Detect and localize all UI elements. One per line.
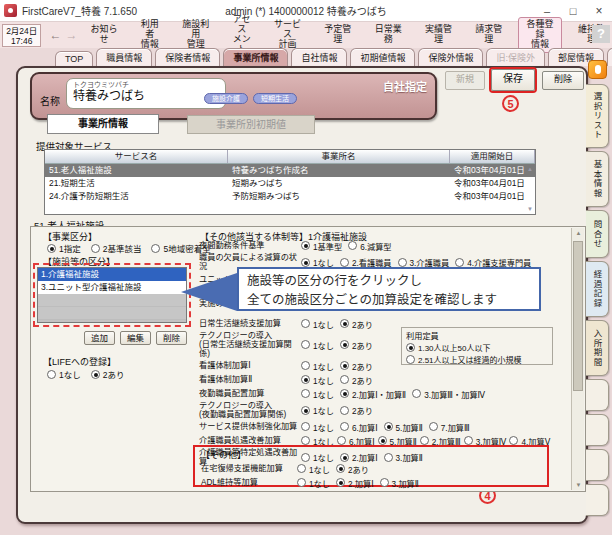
save-button[interactable]: 保存 <box>491 69 535 91</box>
radio-icon[interactable] <box>412 389 421 398</box>
system-row-10-option-2[interactable]: 5.加算Ⅱ <box>384 421 423 433</box>
remove-button[interactable]: 削除 <box>156 331 187 345</box>
side-tab-選択リスト[interactable]: 選択リスト <box>586 84 609 148</box>
system-row-10-option-0[interactable]: 1なし <box>301 421 334 433</box>
radio-icon[interactable] <box>301 436 310 445</box>
scroll-up-icon[interactable]: ▲ <box>572 230 585 236</box>
scroll-down-icon[interactable]: ▼ <box>572 482 585 488</box>
system-row-4-option-0[interactable]: 1なし <box>301 318 334 330</box>
radio-icon[interactable] <box>380 478 389 487</box>
radio-icon[interactable] <box>301 241 310 250</box>
radio-icon[interactable] <box>47 370 56 379</box>
side-tab-経過記録[interactable]: 経過記録 <box>586 261 609 317</box>
system-row-5-option-0[interactable]: 1なし <box>301 339 334 351</box>
radio-icon[interactable] <box>337 436 346 445</box>
life-option-1[interactable]: 2あり <box>91 368 125 380</box>
radio-icon[interactable] <box>91 370 100 379</box>
side-tab-基本情報[interactable]: 基本情報 <box>586 151 609 207</box>
table-row[interactable]: 21.短期生活短期みつばち令和03年04月01日 <box>45 177 535 190</box>
table-row[interactable]: 24.介護予防短期生活予防短期みつばち令和03年04月01日 <box>45 190 535 203</box>
side-tab-empty[interactable] <box>586 379 609 411</box>
other-row-0-option-0[interactable]: 1なし <box>297 463 330 475</box>
radio-icon[interactable] <box>301 389 310 398</box>
tab-3[interactable]: 事業所情報 <box>223 48 288 66</box>
system-row-8-option-0[interactable]: 1なし <box>301 388 334 400</box>
table-row[interactable]: 51.老人福祉施設特養みつばち作成名令和03年04月01日 <box>45 164 535 177</box>
tab-0[interactable]: TOP <box>55 51 93 66</box>
side-tab-empty[interactable] <box>586 414 609 446</box>
menu-item-5[interactable]: 予定管理 <box>317 23 358 47</box>
content-scrollbar[interactable]: ▲ ▼ <box>571 228 584 490</box>
forward-arrow-icon[interactable]: → <box>65 28 77 42</box>
radio-icon[interactable] <box>336 464 345 473</box>
radio-icon[interactable] <box>301 406 310 415</box>
help-button[interactable]: ? <box>592 25 610 43</box>
edit-button[interactable]: 編集 <box>120 331 151 345</box>
radio-icon[interactable] <box>420 436 429 445</box>
radio-icon[interactable] <box>297 464 306 473</box>
side-tab-empty[interactable] <box>586 484 609 516</box>
radio-icon[interactable] <box>340 406 349 415</box>
menu-item-7[interactable]: 実績管理 <box>418 23 459 47</box>
radio-icon[interactable] <box>340 389 349 398</box>
radio-icon[interactable] <box>301 375 310 384</box>
radio-icon[interactable] <box>455 258 464 267</box>
subtab-office-info[interactable]: 事業所情報 <box>47 114 159 134</box>
system-row-5-option-1[interactable]: 2あり <box>340 339 373 351</box>
radio-icon[interactable] <box>340 422 349 431</box>
category-list-item-0[interactable]: 1.介護福祉施設 <box>38 268 186 281</box>
radio-icon[interactable] <box>340 258 349 267</box>
office-name-input[interactable]: トクヨウミツバチ 特養みつばち <box>66 78 226 109</box>
back-arrow-icon[interactable]: ← <box>49 28 61 42</box>
system-row-10-option-3[interactable]: 7.加算Ⅲ <box>429 421 470 433</box>
other-row-1-option-2[interactable]: 3.加算Ⅱ <box>380 477 419 489</box>
system-row-8-option-1[interactable]: 2.加算Ⅰ・加算Ⅱ <box>340 388 406 400</box>
business-type-option-1[interactable]: 2基準該当 <box>91 242 142 254</box>
scrollbar-thumb[interactable] <box>573 241 583 391</box>
delete-button[interactable]: 削除 <box>542 71 584 90</box>
menu-item-4[interactable]: サービス 計画 <box>267 18 308 52</box>
menu-item-8[interactable]: 請求管理 <box>468 23 509 47</box>
radio-icon[interactable] <box>340 340 349 349</box>
radio-icon[interactable] <box>406 355 415 364</box>
tab-4[interactable]: 自社情報 <box>291 48 347 66</box>
menu-item-0[interactable]: お知らせ <box>83 23 124 47</box>
radio-icon[interactable] <box>378 436 387 445</box>
add-button[interactable]: 追加 <box>84 331 115 345</box>
table-scroll-up-icon[interactable]: ▲ <box>527 166 533 172</box>
system-row-6-option-0[interactable]: 1なし <box>301 360 334 372</box>
menu-item-2[interactable]: 施設利用 管理 <box>175 18 216 52</box>
life-option-0[interactable]: 1なし <box>47 368 81 380</box>
radio-icon[interactable] <box>336 478 345 487</box>
menu-item-1[interactable]: 利用者 情報 <box>134 18 166 52</box>
radio-icon[interactable] <box>151 244 160 253</box>
capacity-option-1[interactable]: 2.51人以上又は経過的小規模 <box>406 354 548 365</box>
radio-icon[interactable] <box>301 319 310 328</box>
system-row-9-option-0[interactable]: 1なし <box>301 404 334 416</box>
radio-icon[interactable] <box>384 422 393 431</box>
other-row-1-option-0[interactable]: 1なし <box>297 477 330 489</box>
radio-icon[interactable] <box>91 244 100 253</box>
radio-icon[interactable] <box>509 436 518 445</box>
system-row-0-option-1[interactable]: 6.減算型 <box>348 240 391 252</box>
system-row-7-option-1[interactable]: 2あり <box>340 374 373 386</box>
radio-icon[interactable] <box>301 258 310 267</box>
radio-icon[interactable] <box>429 422 438 431</box>
tab-6[interactable]: 保険外情報 <box>418 48 483 66</box>
radio-icon[interactable] <box>464 436 473 445</box>
other-row-1-option-1[interactable]: 2.加算Ⅰ <box>336 477 374 489</box>
radio-icon[interactable] <box>301 340 310 349</box>
radio-icon[interactable] <box>297 478 306 487</box>
system-row-10-option-1[interactable]: 6.加算Ⅰ <box>340 421 378 433</box>
menu-item-6[interactable]: 日常業務 <box>368 23 409 47</box>
tab-9[interactable]: その他情報 <box>607 48 612 66</box>
voice-assistant-icon[interactable] <box>588 60 607 79</box>
system-row-7-option-0[interactable]: 1なし <box>301 374 334 386</box>
tab-1[interactable]: 職員情報 <box>96 48 152 66</box>
facility-category-listbox[interactable]: 1.介護福祉施設3.ユニット型介護福祉施設 <box>37 267 187 323</box>
system-row-0-option-0[interactable]: 1基準型 <box>301 240 342 252</box>
other-row-0-option-1[interactable]: 2あり <box>336 463 369 475</box>
tab-2[interactable]: 保険者情報 <box>155 48 220 66</box>
radio-icon[interactable] <box>301 361 310 370</box>
system-row-6-option-1[interactable]: 2あり <box>340 360 373 372</box>
